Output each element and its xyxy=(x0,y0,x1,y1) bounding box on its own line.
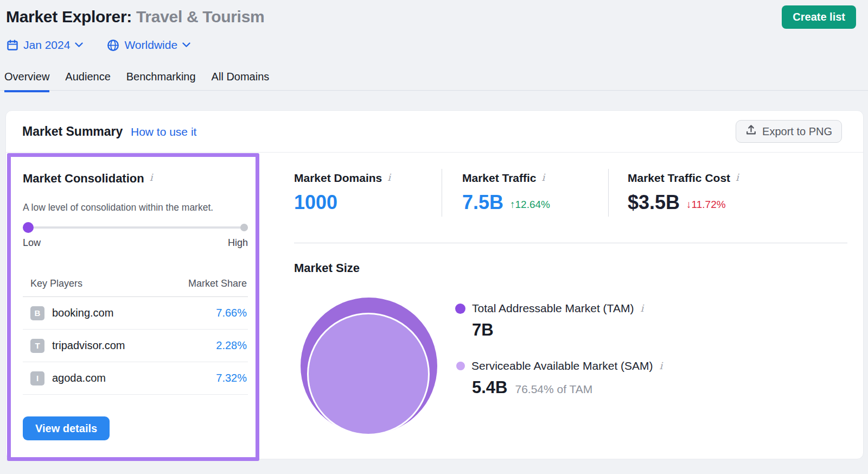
info-icon[interactable] xyxy=(736,172,739,184)
stat-divider xyxy=(608,169,609,217)
page-title-prefix: Market Explorer: xyxy=(6,8,132,26)
consolidation-description: A low level of consolidation within the … xyxy=(23,202,248,213)
legend-entry-tam: Total Addressable Market (TAM) 7B xyxy=(455,302,802,340)
domain-link[interactable]: agoda.com xyxy=(52,372,106,384)
date-filter-label: Jan 2024 xyxy=(23,39,70,52)
how-to-use-link[interactable]: How to use it xyxy=(131,125,196,138)
info-icon[interactable] xyxy=(387,172,391,184)
filter-bar: Jan 2024 Worldwide xyxy=(7,39,190,52)
card-header: Market Summary How to use it Export to P… xyxy=(6,111,863,153)
sam-label: Serviceable Available Market (SAM) xyxy=(471,359,653,372)
export-to-png-button[interactable]: Export to PNG xyxy=(736,120,842,143)
key-players-table-header: Key Players Market Share xyxy=(23,278,248,297)
key-players-column: Key Players xyxy=(30,278,82,289)
stat-market-traffic-cost: Market Traffic Cost $3.5B ↓11.72% xyxy=(628,172,739,213)
tab-audience[interactable]: Audience xyxy=(65,71,110,92)
stat-market-domains: Market Domains 1000 xyxy=(294,172,391,213)
tab-bar: Overview Audience Benchmarking All Domai… xyxy=(4,71,269,92)
region-filter[interactable]: Worldwide xyxy=(107,39,190,52)
market-size-title: Market Size xyxy=(294,261,360,275)
tam-value: 7B xyxy=(472,320,494,340)
consolidation-title: Market Consolidation xyxy=(23,172,144,186)
key-players-table: Key Players Market Share B booking.com 7… xyxy=(23,278,248,395)
tam-label: Total Addressable Market (TAM) xyxy=(472,302,634,315)
stat-change-down: ↓11.72% xyxy=(686,199,726,211)
upload-icon xyxy=(745,124,757,138)
stat-market-traffic: Market Traffic 7.5B ↑12.64% xyxy=(462,172,550,213)
info-icon[interactable] xyxy=(640,302,643,314)
chevron-down-icon xyxy=(182,42,190,48)
page-title-market: Travel & Tourism xyxy=(136,8,264,26)
stat-label: Market Traffic xyxy=(462,172,537,185)
legend-entry-sam: Serviceable Available Market (SAM) 5.4B … xyxy=(455,359,802,397)
info-icon[interactable] xyxy=(542,172,545,184)
slider-thumb-low[interactable] xyxy=(23,222,34,233)
stat-value: 7.5B xyxy=(462,192,503,213)
market-share-value: 2.28% xyxy=(216,339,247,352)
market-consolidation-widget: Market Consolidation A low level of cons… xyxy=(7,153,259,461)
info-icon[interactable] xyxy=(660,360,663,372)
stat-divider xyxy=(442,169,442,217)
section-divider xyxy=(294,243,847,243)
card-title: Market Summary xyxy=(22,124,123,139)
date-filter[interactable]: Jan 2024 xyxy=(7,39,83,52)
market-share-value: 7.32% xyxy=(216,372,247,384)
market-share-column: Market Share xyxy=(188,278,247,289)
sam-value: 5.4B xyxy=(472,378,507,397)
tab-overview[interactable]: Overview xyxy=(4,71,49,92)
market-summary-card: Market Summary How to use it Export to P… xyxy=(5,110,864,459)
view-details-button[interactable]: View details xyxy=(23,416,110,440)
domain-link[interactable]: tripadvisor.com xyxy=(52,339,125,352)
create-list-button[interactable]: Create list xyxy=(782,5,856,29)
chevron-down-icon xyxy=(75,42,83,48)
sam-bubble[interactable] xyxy=(307,313,430,435)
stat-value: 1000 xyxy=(294,192,337,213)
slider-low-label: Low xyxy=(23,237,41,249)
region-filter-label: Worldwide xyxy=(124,39,177,52)
consolidation-slider xyxy=(23,222,248,233)
market-size-legend: Total Addressable Market (TAM) 7B Servic… xyxy=(455,302,802,397)
slider-track xyxy=(23,226,248,229)
favicon-badge: T xyxy=(30,339,44,353)
calendar-icon xyxy=(7,39,18,51)
globe-icon xyxy=(107,39,119,52)
domain-link[interactable]: booking.com xyxy=(52,307,113,319)
slider-thumb-high[interactable] xyxy=(240,224,248,231)
table-row[interactable]: B booking.com 7.66% xyxy=(23,297,248,330)
export-to-png-label: Export to PNG xyxy=(762,125,832,138)
slider-high-label: High xyxy=(228,237,248,249)
info-icon[interactable] xyxy=(150,172,153,184)
table-row[interactable]: T tripadvisor.com 2.28% xyxy=(23,330,248,362)
stat-label: Market Traffic Cost xyxy=(628,172,730,185)
stat-label: Market Domains xyxy=(294,172,382,185)
stat-change-up: ↑12.64% xyxy=(510,199,550,211)
tab-benchmarking[interactable]: Benchmarking xyxy=(126,71,196,92)
market-share-value: 7.66% xyxy=(216,307,247,319)
sam-percent-of-tam: 76.54% of TAM xyxy=(515,383,592,396)
stat-value: $3.5B xyxy=(628,192,680,213)
favicon-badge: B xyxy=(30,306,44,320)
sam-legend-dot xyxy=(456,362,465,370)
tab-all-domains[interactable]: All Domains xyxy=(212,71,270,92)
tam-legend-dot xyxy=(455,304,465,314)
table-row[interactable]: I agoda.com 7.32% xyxy=(23,362,248,395)
favicon-badge: I xyxy=(30,371,44,385)
page-title: Market Explorer: Travel & Tourism xyxy=(6,8,264,26)
